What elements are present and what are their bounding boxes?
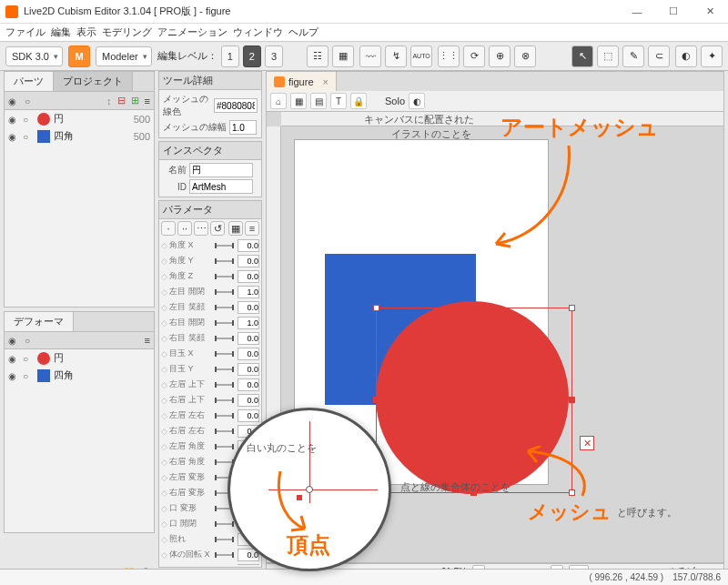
param-slider[interactable] (215, 384, 234, 386)
param-key1-icon[interactable]: · (161, 221, 176, 236)
close-tab-icon[interactable]: × (323, 76, 329, 87)
vis-icon[interactable] (8, 131, 19, 142)
handle-mr[interactable] (569, 397, 575, 403)
param-row[interactable]: ◇体の回転 Y (161, 562, 259, 565)
deformer-row[interactable]: 四角 (5, 367, 154, 384)
menu-modeling[interactable]: モデリング (102, 25, 152, 39)
insp-id-input[interactable] (189, 179, 253, 194)
param-key2-icon[interactable]: ·· (177, 221, 192, 236)
tool-texture-icon[interactable]: ☷ (307, 45, 329, 67)
param-slider[interactable] (215, 539, 234, 540)
lock-all-icon[interactable] (25, 96, 35, 106)
close-button[interactable]: ✕ (692, 0, 728, 24)
param-row[interactable]: ◇角度 X (161, 237, 259, 253)
edit-level-3[interactable]: 3 (265, 45, 283, 67)
tab-project[interactable]: プロジェクト (54, 72, 133, 91)
selection-bounds[interactable] (376, 308, 572, 493)
param-value[interactable] (238, 394, 259, 407)
handle-tr[interactable] (569, 305, 575, 311)
tool-deform-3-icon[interactable]: ⊕ (489, 45, 511, 67)
param-slider[interactable] (215, 415, 234, 417)
param-row[interactable]: ◇目玉 X (161, 346, 259, 361)
lock-all-icon[interactable] (25, 335, 35, 346)
param-value[interactable] (238, 239, 259, 252)
handle-ml[interactable] (373, 397, 379, 403)
modeler-dropdown[interactable]: Modeler (96, 46, 152, 66)
edit-level-2[interactable]: 2 (243, 45, 261, 67)
param-row[interactable]: ◇左目 笑顔 (161, 299, 259, 315)
tool-wand-icon[interactable]: ✦ (701, 45, 723, 67)
filter-icon[interactable]: ↕ (106, 96, 112, 106)
minimize-button[interactable]: — (619, 0, 655, 24)
modeler-flag-button[interactable]: M (68, 45, 90, 67)
tool-select-icon[interactable]: ⬚ (597, 45, 619, 67)
edit-level-1[interactable]: 1 (221, 45, 239, 67)
more-icon[interactable]: ≡ (145, 96, 150, 106)
expand-icon[interactable]: ⊞ (131, 95, 139, 106)
tab-parts[interactable]: パーツ (5, 72, 54, 91)
insp-name-input[interactable] (189, 163, 253, 177)
param-slider[interactable] (215, 338, 234, 339)
handle-br[interactable] (569, 489, 575, 496)
tool-lasso-icon[interactable]: 〰 (359, 45, 381, 67)
vis-icon[interactable] (8, 370, 19, 381)
param-slider[interactable] (215, 245, 234, 247)
param-value[interactable] (238, 270, 259, 283)
param-slider[interactable] (215, 523, 234, 525)
delete-marker-icon[interactable]: ✕ (580, 436, 594, 450)
menu-edit[interactable]: 編集 (51, 25, 71, 39)
canvas-tab[interactable]: figure × (267, 72, 337, 91)
param-reset-icon[interactable]: ↺ (210, 221, 225, 236)
tool-brush-icon[interactable]: ✎ (622, 45, 644, 67)
param-row[interactable]: ◇右目 笑顔 (161, 330, 259, 346)
param-slider[interactable] (215, 322, 234, 324)
tool-glue-icon[interactable]: ⊂ (648, 45, 670, 67)
param-value[interactable] (238, 409, 259, 422)
cv-grid-icon[interactable]: ▦ (290, 93, 307, 109)
param-value[interactable] (238, 332, 259, 345)
tool-arrow-icon[interactable]: ↖ (571, 45, 593, 67)
param-value[interactable] (238, 348, 259, 360)
handle-tm[interactable] (470, 305, 477, 311)
param-row[interactable]: ◇目玉 Y (161, 361, 259, 377)
menu-anim[interactable]: アニメーション (157, 25, 228, 39)
tool-path-icon[interactable]: ↯ (385, 45, 407, 67)
param-slider[interactable] (215, 554, 234, 556)
menu-help[interactable]: ヘルプ (288, 25, 318, 39)
lock-icon[interactable] (23, 353, 34, 364)
tool-deform-2-icon[interactable]: ⟳ (463, 45, 485, 67)
param-row[interactable]: ◇右目 開閉 (161, 315, 259, 330)
deformer-row[interactable]: 円 (5, 349, 154, 367)
menu-view[interactable]: 表示 (76, 25, 96, 39)
param-menu-icon[interactable]: ≡ (245, 221, 259, 236)
param-value[interactable] (238, 255, 259, 267)
tab-deformer[interactable]: デフォーマ (5, 312, 74, 331)
more-icon[interactable]: ≡ (145, 335, 150, 346)
tool-deform-4-icon[interactable]: ⊗ (514, 45, 536, 67)
parts-row[interactable]: 四角 500 (5, 127, 154, 145)
param-slider[interactable] (215, 353, 234, 355)
param-slider[interactable] (215, 368, 234, 370)
param-value[interactable] (238, 286, 259, 298)
menu-window[interactable]: ウィンドウ (233, 25, 283, 39)
param-value[interactable] (238, 363, 259, 376)
param-slider[interactable] (215, 260, 234, 262)
param-row[interactable]: ◇左目 開閉 (161, 284, 259, 299)
param-row[interactable]: ◇角度 Y (161, 253, 259, 268)
param-slider[interactable] (215, 307, 234, 308)
cv-t-icon[interactable]: T (330, 93, 347, 109)
param-value[interactable] (238, 317, 259, 329)
solo-toggle-icon[interactable]: ◐ (409, 93, 425, 109)
param-slider[interactable] (215, 430, 234, 432)
param-key3-icon[interactable]: ⋯ (194, 221, 208, 236)
lock-icon[interactable] (23, 370, 34, 381)
param-value[interactable] (238, 378, 259, 391)
sdk-dropdown[interactable]: SDK 3.0 (5, 46, 63, 66)
lock-icon[interactable] (23, 114, 34, 125)
tool-eye-icon[interactable]: ◐ (675, 45, 697, 67)
collapse-icon[interactable]: ⊟ (117, 95, 126, 106)
mesh-width-input[interactable] (229, 120, 257, 135)
param-row[interactable]: ◇右眉 上下 (161, 392, 259, 408)
mesh-color-input[interactable] (214, 98, 258, 113)
param-slider[interactable] (215, 446, 234, 448)
